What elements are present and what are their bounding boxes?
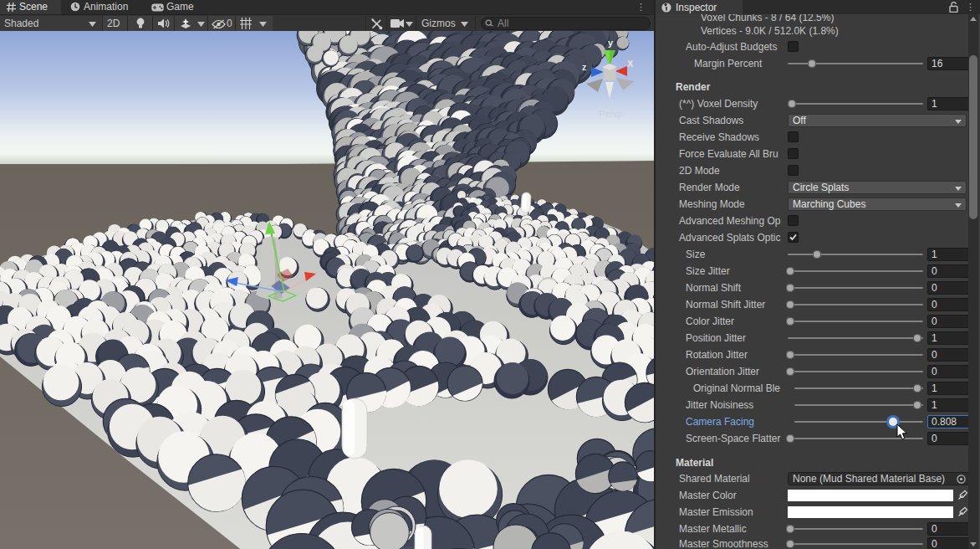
svg-text:y: y bbox=[608, 38, 614, 48]
svg-text:X: X bbox=[627, 59, 634, 69]
svg-text:z: z bbox=[582, 62, 587, 72]
svg-text:Persp: Persp bbox=[599, 109, 623, 119]
